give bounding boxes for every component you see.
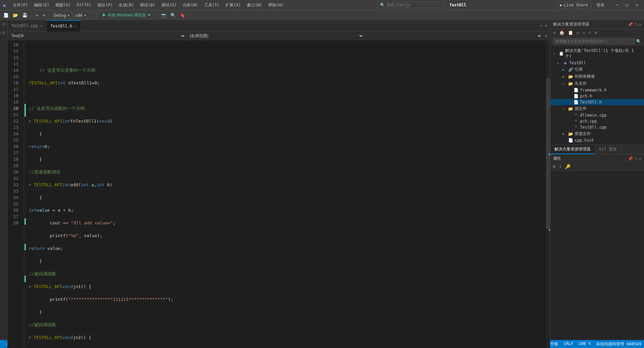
se-toolbar: ⇄ 🏠 📋 ↻ ◇ ▽ ⚙ bbox=[550, 29, 644, 37]
menu-git[interactable]: Git(G) bbox=[74, 1, 94, 9]
menu-tools[interactable]: 工具(T) bbox=[202, 1, 222, 9]
toolbar-redo-btn[interactable]: ↪ bbox=[41, 12, 47, 18]
se-sync-btn[interactable]: ⇄ bbox=[552, 29, 557, 36]
se-external-deps[interactable]: ▶ 📂 外部依赖项 bbox=[550, 73, 644, 80]
se-tab-solution[interactable]: 解决方案资源管理器 bbox=[550, 145, 595, 154]
linenum: 36 bbox=[7, 207, 21, 213]
se-close-btn[interactable]: ✕ bbox=[639, 22, 641, 27]
prop-sort-btn[interactable]: ↕ bbox=[558, 163, 563, 170]
se-pch-cpp[interactable]: ▶ * pch.cpp bbox=[550, 118, 644, 124]
prop-key-btn[interactable]: 🔑 bbox=[564, 163, 572, 170]
scope-select-1[interactable]: TestDll bbox=[9, 32, 185, 39]
live-share-button[interactable]: ▶ Live Share bbox=[557, 2, 591, 8]
se-testdll-cpp[interactable]: ▶ * TestDll.cpp bbox=[550, 124, 644, 130]
menu-debug[interactable]: 调试(D) bbox=[137, 1, 158, 9]
line-numbers: 10 11 12 13 14 15 16 17 18 19 20 21 22 2… bbox=[7, 40, 24, 348]
se-resource-files[interactable]: ▶ 📂 资源文件 bbox=[550, 130, 644, 137]
scope-select-3[interactable] bbox=[365, 32, 542, 39]
menu-help[interactable]: 帮助(H) bbox=[266, 1, 286, 9]
se-source-files[interactable]: ▾ 📂 源文件 bbox=[550, 105, 644, 112]
se-pin-btn[interactable]: 📌 bbox=[628, 22, 633, 27]
search-input[interactable] bbox=[386, 3, 440, 7]
close-tab-h[interactable]: ✕ bbox=[74, 24, 76, 28]
search-icon: 🔍 bbox=[380, 3, 385, 7]
code-line-19: } bbox=[29, 156, 543, 162]
se-bottom-tabs: 解决方案资源管理器 Git 更改 bbox=[550, 145, 644, 154]
linenum: 33 bbox=[7, 188, 21, 194]
se-search-bar: 🔍 bbox=[550, 37, 644, 46]
code-line-23: int value = a + b; bbox=[29, 207, 543, 213]
se-framework-h[interactable]: ▶ 📄 framework.h bbox=[550, 87, 644, 93]
se-prop-btn[interactable]: 📋 bbox=[567, 29, 575, 36]
se-home-btn[interactable]: 🏠 bbox=[558, 29, 566, 36]
se-references[interactable]: ▶ 🔗 引用 bbox=[550, 66, 644, 73]
tab-settings-btn[interactable]: ⚙ bbox=[544, 23, 549, 29]
tab-testdll-h[interactable]: TestDll.h ✕ bbox=[47, 20, 81, 31]
se-search-icon: 🔍 bbox=[636, 39, 641, 44]
minimize-button[interactable]: ─ bbox=[612, 1, 622, 9]
code-line-27: } bbox=[29, 258, 543, 264]
sidebar-icon-1[interactable]: ☰ bbox=[1, 21, 6, 27]
menu-analyze[interactable]: 分析(N) bbox=[180, 1, 201, 9]
tab-overflow-btn[interactable]: ▾ bbox=[539, 23, 544, 29]
status-zoom: 100 % bbox=[579, 341, 591, 347]
maximize-button[interactable]: □ bbox=[623, 1, 632, 9]
toolbar-undo-btn[interactable]: ↩ bbox=[35, 12, 40, 18]
toolbar-camera-btn[interactable]: 📷 bbox=[160, 12, 168, 18]
menu-extensions[interactable]: 扩展(X) bbox=[223, 1, 244, 9]
code-content[interactable]: // 这是导出变量的一个示例 TESTDLL_API int nTestDll1… bbox=[26, 40, 546, 348]
toolbar-bookmark-btn[interactable]: 🔖 bbox=[178, 12, 186, 18]
se-settings-btn[interactable]: ⚙ bbox=[593, 29, 598, 36]
toolbar-new-btn[interactable]: 📄 bbox=[2, 12, 10, 18]
scope-select-2[interactable]: (全局范围) bbox=[187, 32, 364, 39]
se-testdll-h[interactable]: ▶ 📄 TestDll.h bbox=[550, 99, 644, 105]
platform-dropdown[interactable]: x86 ▾ bbox=[74, 12, 94, 19]
code-line-13: TESTDLL_API int nTestDll1=0; bbox=[29, 80, 543, 86]
editor-container: TestDll.cpp ✕ TestDll.h ✕ ▾ ⚙ TestDll bbox=[7, 20, 550, 348]
prop-float-btn[interactable]: ⬡ bbox=[634, 156, 638, 161]
live-share-label: Live Share bbox=[564, 3, 588, 7]
menu-file[interactable]: 文件(F) bbox=[10, 1, 31, 9]
code-line-22: { bbox=[29, 194, 543, 201]
se-src-label: 源文件 bbox=[575, 106, 641, 112]
se-git-btn[interactable]: ◇ bbox=[581, 29, 587, 36]
mini-map[interactable] bbox=[546, 40, 550, 348]
se-solution-root[interactable]: ▾ 📋 解决方案'TestDll'(1 个项目/共 1 个) bbox=[550, 47, 644, 60]
tab-testdll-cpp[interactable]: TestDll.cpp ✕ bbox=[7, 20, 47, 31]
se-float-btn[interactable]: ⬡ bbox=[634, 22, 638, 27]
menu-window[interactable]: 窗口(W) bbox=[244, 1, 265, 9]
prop-close-btn[interactable]: ✕ bbox=[639, 156, 641, 161]
se-cpp-hint[interactable]: ▶ 📄 cpp.hint bbox=[550, 137, 644, 143]
menu-build[interactable]: 生成(B) bbox=[116, 1, 137, 9]
prop-pin-btn[interactable]: 📌 bbox=[628, 156, 633, 161]
title-project: TestDll bbox=[449, 3, 467, 7]
se-header-files[interactable]: ▾ 📂 头文件 bbox=[550, 80, 644, 87]
prop-grid-btn[interactable]: ⊞ bbox=[552, 163, 557, 170]
menu-test[interactable]: 测试(S) bbox=[159, 1, 179, 9]
login-button[interactable]: 登录 bbox=[594, 1, 607, 9]
se-fwh-icon: 📄 bbox=[573, 88, 579, 92]
toolbar-open-btn[interactable]: 📂 bbox=[11, 12, 19, 18]
close-tab-cpp[interactable]: ✕ bbox=[40, 24, 42, 27]
se-dllmain-cpp[interactable]: ▶ * dllmain.cpp bbox=[550, 112, 644, 118]
se-refresh-btn[interactable]: ↻ bbox=[575, 29, 581, 36]
se-tab-git[interactable]: Git 更改 bbox=[595, 145, 621, 154]
config-arrow: ▾ bbox=[67, 13, 70, 18]
se-tdllcpp-icon: * bbox=[573, 125, 579, 130]
se-project-testdll[interactable]: ▾ ◼ TestDll bbox=[550, 60, 644, 66]
se-ref-label: 引用 bbox=[575, 67, 641, 72]
toolbar-find-btn[interactable]: 🔍 bbox=[169, 12, 177, 18]
menu-edit[interactable]: 编辑(E) bbox=[31, 1, 52, 9]
se-pch-h[interactable]: ▶ 📄 pch.h bbox=[550, 93, 644, 99]
toolbar-save-btn[interactable]: 💾 bbox=[21, 12, 29, 18]
linenum: 22 bbox=[7, 118, 21, 124]
scope-add-btn[interactable]: + bbox=[543, 33, 549, 39]
menu-project[interactable]: 项目(P) bbox=[95, 1, 115, 9]
menu-view[interactable]: 视图(V) bbox=[53, 1, 73, 9]
run-debugger-button[interactable]: ▶ 本地 Windows 调试器 ▼ bbox=[100, 12, 154, 19]
close-button[interactable]: ✕ bbox=[632, 1, 641, 9]
se-filter-btn[interactable]: ▽ bbox=[587, 29, 592, 36]
config-dropdown[interactable]: Debug ▾ bbox=[52, 12, 72, 19]
se-search-input[interactable] bbox=[553, 38, 635, 44]
status-git[interactable]: 添加到源码管理 660549 bbox=[596, 341, 641, 347]
